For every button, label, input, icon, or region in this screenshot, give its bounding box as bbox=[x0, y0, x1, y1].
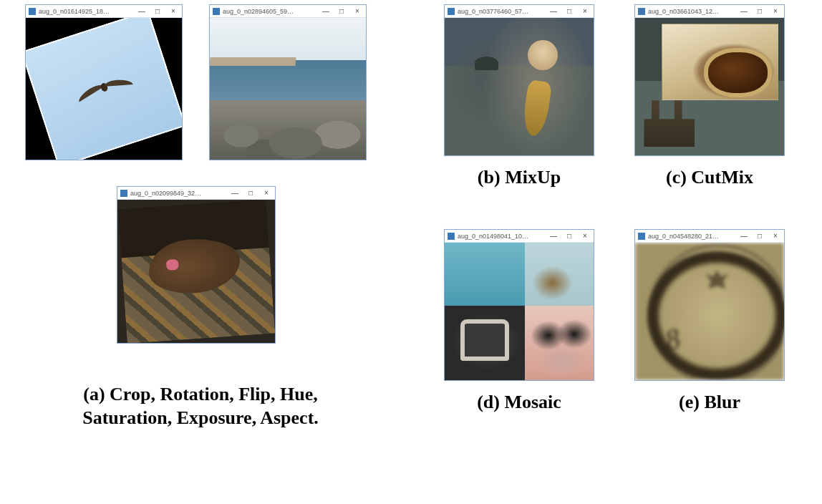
titlebar: aug_0_n03776460_57… — □ × bbox=[445, 5, 594, 18]
window-title: aug_0_n01614925_18… bbox=[39, 8, 136, 15]
caption-a: (a) Crop, Rotation, Flip, Hue, Saturatio… bbox=[43, 383, 358, 430]
maximize-button[interactable]: □ bbox=[754, 233, 765, 240]
close-button[interactable]: × bbox=[352, 8, 363, 15]
close-button[interactable]: × bbox=[770, 233, 781, 240]
augmented-image bbox=[117, 200, 275, 343]
maximize-button[interactable]: □ bbox=[564, 8, 575, 15]
window-aug-a3: aug_0_n02099849_32… — □ × bbox=[117, 186, 276, 344]
maximize-button[interactable]: □ bbox=[245, 190, 256, 197]
minimize-button[interactable]: — bbox=[320, 8, 332, 15]
window-title: aug_0_n03661043_12… bbox=[648, 8, 738, 15]
titlebar: aug_0_n04548280_21… — □ × bbox=[635, 230, 784, 243]
window-aug-a1: aug_0_n01614925_18… — □ × bbox=[25, 4, 183, 160]
minimize-button[interactable]: — bbox=[229, 190, 241, 197]
caption-d: (d) Mosaic bbox=[444, 391, 594, 415]
augmented-image bbox=[445, 243, 594, 380]
window-controls: — □ × bbox=[738, 233, 781, 240]
app-icon bbox=[213, 8, 220, 15]
window-aug-d: aug_0_n01498041_10… — □ × bbox=[444, 229, 594, 381]
close-button[interactable]: × bbox=[261, 190, 272, 197]
app-icon bbox=[120, 190, 127, 197]
caption-a-line1: (a) Crop, Rotation, Flip, Hue, bbox=[43, 383, 358, 407]
caption-b: (b) MixUp bbox=[444, 166, 594, 190]
titlebar: aug_0_n01614925_18… — □ × bbox=[26, 5, 182, 18]
window-aug-b: aug_0_n03776460_57… — □ × bbox=[444, 4, 594, 156]
window-aug-a2: aug_0_n02894605_59… — □ × bbox=[209, 4, 367, 160]
window-title: aug_0_n03776460_57… bbox=[458, 8, 548, 15]
window-title: aug_0_n04548280_21… bbox=[648, 233, 738, 240]
titlebar: aug_0_n02894605_59… — □ × bbox=[210, 5, 366, 18]
minimize-button[interactable]: — bbox=[738, 8, 750, 15]
window-controls: — □ × bbox=[320, 8, 363, 15]
augmented-image bbox=[635, 18, 784, 155]
titlebar: aug_0_n01498041_10… — □ × bbox=[445, 230, 594, 243]
caption-e: (e) Blur bbox=[634, 391, 785, 415]
maximize-button[interactable]: □ bbox=[564, 233, 575, 240]
minimize-button[interactable]: — bbox=[548, 233, 559, 240]
app-icon bbox=[448, 8, 455, 15]
app-icon bbox=[448, 233, 455, 240]
maximize-button[interactable]: □ bbox=[336, 8, 347, 15]
minimize-button[interactable]: — bbox=[136, 8, 148, 15]
augmented-image bbox=[26, 18, 182, 160]
window-controls: — □ × bbox=[229, 190, 272, 197]
window-controls: — □ × bbox=[738, 8, 781, 15]
window-aug-e: aug_0_n04548280_21… — □ × 8 bbox=[634, 229, 785, 381]
close-button[interactable]: × bbox=[168, 8, 179, 15]
titlebar: aug_0_n03661043_12… — □ × bbox=[635, 5, 784, 18]
caption-a-line2: Saturation, Exposure, Aspect. bbox=[43, 407, 358, 430]
window-title: aug_0_n02099849_32… bbox=[130, 190, 229, 197]
window-title: aug_0_n02894605_59… bbox=[223, 8, 320, 15]
titlebar: aug_0_n02099849_32… — □ × bbox=[117, 187, 275, 200]
window-aug-c: aug_0_n03661043_12… — □ × bbox=[634, 4, 785, 156]
window-controls: — □ × bbox=[136, 8, 179, 15]
close-button[interactable]: × bbox=[579, 233, 591, 240]
window-title: aug_0_n01498041_10… bbox=[458, 233, 548, 240]
window-controls: — □ × bbox=[548, 8, 591, 15]
app-icon bbox=[638, 8, 645, 15]
caption-c: (c) CutMix bbox=[634, 166, 785, 190]
maximize-button[interactable]: □ bbox=[152, 8, 163, 15]
close-button[interactable]: × bbox=[770, 8, 781, 15]
app-icon bbox=[29, 8, 36, 15]
maximize-button[interactable]: □ bbox=[754, 8, 765, 15]
window-controls: — □ × bbox=[548, 233, 591, 240]
minimize-button[interactable]: — bbox=[548, 8, 559, 15]
close-button[interactable]: × bbox=[579, 8, 591, 15]
minimize-button[interactable]: — bbox=[738, 233, 750, 240]
app-icon bbox=[638, 233, 645, 240]
augmented-image bbox=[445, 18, 594, 155]
augmented-image: 8 bbox=[635, 243, 784, 380]
augmented-image bbox=[210, 18, 366, 160]
